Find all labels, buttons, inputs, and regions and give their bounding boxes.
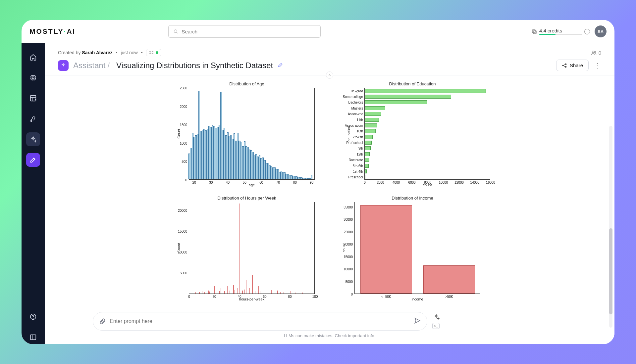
svg-rect-3 (533, 31, 536, 34)
svg-line-32 (152, 53, 152, 54)
sidebar-item-home[interactable] (26, 50, 40, 64)
svg-point-19 (31, 120, 32, 122)
y-axis-label: Count (177, 129, 181, 138)
users-icon (591, 50, 597, 56)
svg-point-21 (33, 318, 33, 318)
svg-line-39 (563, 66, 565, 67)
send-button[interactable] (414, 317, 421, 326)
chart-canvas: Distribution of Age Count 05001000150020… (45, 75, 614, 310)
topbar: MOSTLY·AI 4.4 credits i SA (22, 20, 614, 43)
sidebar-item-connectors[interactable] (26, 112, 40, 126)
model-icon (149, 50, 154, 55)
status-dot-icon (156, 51, 158, 54)
logo[interactable]: MOSTLY·AI (29, 27, 76, 35)
svg-line-31 (150, 53, 151, 54)
avatar[interactable]: SA (595, 25, 607, 37)
svg-rect-22 (30, 335, 36, 340)
prompt-area: >_ LLMs can make mistakes. Check importa… (45, 310, 614, 344)
share-icon (562, 63, 567, 68)
sidebar-item-collapse[interactable] (26, 330, 40, 344)
sidebar-item-datasets[interactable] (26, 91, 40, 105)
page-header: Created by Sarah Alvarez • just now • 0 (45, 43, 614, 75)
svg-line-29 (150, 52, 151, 53)
edit-title-button[interactable] (278, 62, 284, 69)
svg-point-0 (174, 30, 177, 33)
svg-point-28 (152, 53, 153, 54)
y-axis-label: education (347, 126, 351, 142)
svg-line-1 (177, 32, 178, 33)
search-box[interactable] (168, 25, 321, 38)
svg-rect-2 (532, 30, 535, 33)
chart-hours: Distribution of Hours per Week Count 500… (169, 196, 325, 304)
svg-rect-14 (30, 96, 36, 101)
chart-title: Distribution of Hours per Week (169, 196, 325, 201)
sidebar-item-assistant[interactable] (26, 132, 40, 146)
sidebar (22, 43, 45, 344)
svg-line-38 (563, 64, 565, 65)
attachment-icon[interactable] (99, 318, 106, 325)
search-input[interactable] (182, 29, 316, 34)
created-by-label: Created by Sarah Alvarez (58, 50, 112, 55)
svg-point-25 (149, 51, 150, 52)
search-icon (173, 29, 178, 34)
sparkle-icon (433, 314, 440, 320)
prompt-box[interactable]: >_ (93, 312, 427, 331)
x-axis-label: income (354, 297, 480, 301)
command-button[interactable]: >_ (432, 323, 440, 329)
credits-progress (539, 34, 582, 35)
svg-rect-5 (32, 77, 34, 79)
chart-education: Distribution of Education education 0200… (335, 81, 490, 190)
scrollbar[interactable] (609, 126, 612, 328)
chart-age: Distribution of Age Count 05001000150020… (169, 81, 325, 190)
prompt-input[interactable] (110, 318, 410, 324)
ai-suggestions-button[interactable] (433, 314, 440, 322)
svg-rect-4 (31, 76, 35, 80)
chart-title: Distribution of Income (335, 196, 490, 201)
created-when: just now (121, 50, 137, 55)
llm-disclaimer: LLMs can make mistakes. Check important … (58, 333, 601, 338)
svg-point-27 (149, 53, 150, 54)
svg-point-34 (594, 51, 596, 52)
page-title: Visualizing Distributions in Synthetic D… (116, 61, 273, 70)
info-icon[interactable]: i (584, 29, 590, 34)
credits-display[interactable]: 4.4 credits i (531, 28, 590, 35)
chart-title: Distribution of Education (335, 81, 490, 86)
assistant-badge-icon (58, 60, 69, 71)
breadcrumb[interactable]: Assistant/ (73, 61, 112, 70)
sidebar-item-editor[interactable] (26, 153, 40, 167)
credits-icon (531, 28, 537, 34)
chart-income: Distribution of Income count 05000100001… (335, 196, 490, 304)
main-panel: Created by Sarah Alvarez • just now • 0 (45, 43, 614, 344)
app-window: MOSTLY·AI 4.4 credits i SA (22, 20, 614, 344)
terminal-icon: >_ (434, 324, 438, 328)
scrollbar-thumb[interactable] (609, 228, 612, 314)
more-menu-button[interactable]: ⋮ (593, 62, 601, 69)
collapse-header-button[interactable] (326, 71, 333, 79)
chevron-up-icon (328, 73, 331, 77)
share-button[interactable]: Share (556, 60, 589, 71)
viewer-count: 0 (591, 50, 601, 56)
status-chip[interactable] (146, 49, 161, 56)
x-axis-label: hours-per-week (189, 297, 315, 301)
send-icon (414, 317, 421, 324)
svg-point-26 (152, 51, 153, 52)
svg-point-33 (592, 51, 594, 53)
sidebar-item-models[interactable] (26, 71, 40, 85)
chart-title: Distribution of Age (169, 81, 325, 86)
svg-line-30 (152, 52, 152, 53)
credits-label: 4.4 credits (539, 28, 582, 33)
sidebar-item-help[interactable] (26, 310, 40, 324)
share-label: Share (570, 63, 583, 68)
